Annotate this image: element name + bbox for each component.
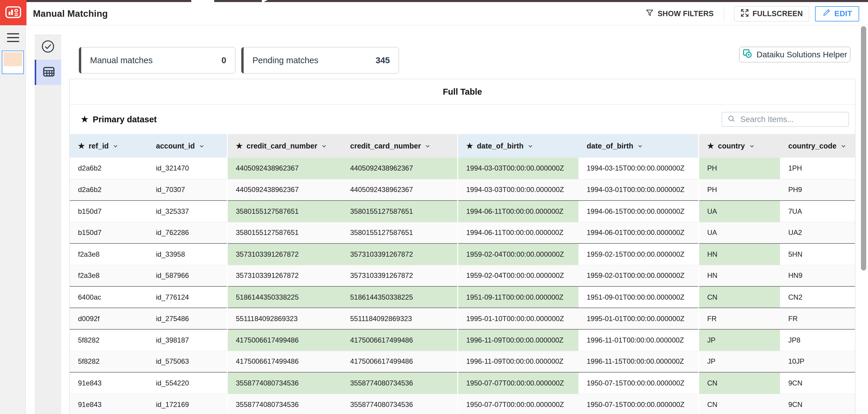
table-row[interactable]: d2a6b2id_3214704405092438962367440509243… <box>70 158 855 179</box>
table-cell: FR <box>699 308 780 329</box>
chevron-down-icon[interactable] <box>421 142 431 150</box>
vertical-scrollbar[interactable] <box>861 26 866 270</box>
rail-item-full-table[interactable] <box>35 60 61 85</box>
table-cell: 4405092438962367 <box>342 158 458 179</box>
table-row[interactable]: d0092fid_2754865511184092869323551118409… <box>70 308 855 329</box>
solutions-helper-button[interactable]: Dataiku Solutions Helper <box>739 47 850 62</box>
table-cell: b150d7 <box>70 200 148 222</box>
table-cell: id_70307 <box>148 179 227 200</box>
search-input[interactable] <box>740 115 844 124</box>
table-row[interactable]: b150d7id_3253373580155127587651358015512… <box>70 200 855 222</box>
table-cell: UA <box>699 200 780 222</box>
table-cell: CN2 <box>780 286 855 308</box>
primary-dataset-label: ★ Primary dataset <box>81 115 157 124</box>
fullscreen-expand-icon <box>740 8 749 19</box>
table-cell: 1950-07-15T00:00:00.000000Z <box>579 372 699 394</box>
table-cell: 5186144350338225 <box>342 286 458 308</box>
column-header-credit_card_number[interactable]: ★credit_card_number <box>227 134 342 158</box>
table-cell: id_398187 <box>148 329 227 351</box>
table-cell: CN <box>699 372 780 394</box>
table-row[interactable]: 5f8282id_5750634175006617499486417500661… <box>70 351 855 372</box>
menu-icon[interactable] <box>7 33 19 45</box>
column-header-country[interactable]: ★country <box>699 134 780 158</box>
chevron-down-icon[interactable] <box>837 142 846 150</box>
edit-label: EDIT <box>834 9 852 18</box>
chevron-down-icon[interactable] <box>745 142 755 150</box>
star-icon: ★ <box>707 141 714 150</box>
page-thumbnail[interactable] <box>2 51 24 74</box>
column-header-ref_id[interactable]: ★ref_id <box>70 134 148 158</box>
rail-item-matches[interactable] <box>35 34 61 60</box>
star-icon: ★ <box>466 141 473 150</box>
browser-tab-strip <box>0 0 191 2</box>
chevron-down-icon[interactable] <box>523 142 533 150</box>
table-cell: 1994-03-01T00:00:00.000000Z <box>579 179 699 200</box>
table-cell: 1994-03-03T00:00:00.000000Z <box>458 158 579 179</box>
column-name: date_of_birth <box>477 142 523 150</box>
table-cell: PH <box>699 158 780 179</box>
table-cell: 3573103391267872 <box>227 244 342 265</box>
page-title: Manual Matching <box>33 2 108 25</box>
table-cell: 3573103391267872 <box>342 244 458 265</box>
table-cell: 1959-02-04T00:00:00.000000Z <box>458 265 579 286</box>
helper-icon <box>742 49 752 61</box>
chevron-down-icon[interactable] <box>108 142 118 150</box>
left-sidebar <box>0 25 26 414</box>
search-box[interactable] <box>722 112 849 127</box>
chevron-down-icon[interactable] <box>633 142 643 150</box>
column-header-credit_card_number[interactable]: credit_card_number <box>342 134 458 158</box>
stat-value: 345 <box>376 56 390 65</box>
table-cell: d0092f <box>70 308 148 329</box>
table-cell: JP <box>699 329 780 351</box>
table-cell: 1PH <box>780 158 855 179</box>
table-cell: 3558774080734536 <box>227 372 342 394</box>
header-divider <box>724 6 724 21</box>
search-icon <box>727 115 736 124</box>
table-cell: 4405092438962367 <box>227 158 342 179</box>
data-table: ★ref_idaccount_id★credit_card_numbercred… <box>70 134 855 414</box>
table-header-row: ★ref_idaccount_id★credit_card_numbercred… <box>70 134 855 158</box>
column-header-account_id[interactable]: account_id <box>148 134 227 158</box>
table-cell: 1995-01-01T00:00:00.000000Z <box>579 308 699 329</box>
dataiku-logo[interactable] <box>0 0 27 25</box>
table-cell: id_172169 <box>148 394 227 414</box>
table-cell: 6400ac <box>70 286 148 308</box>
table-cell: 4175006617499486 <box>227 351 342 372</box>
table-cell: id_762286 <box>148 222 227 244</box>
star-icon: ★ <box>236 141 243 150</box>
table-row[interactable]: b150d7id_7622863580155127587651358015512… <box>70 222 855 244</box>
chevron-down-icon[interactable] <box>195 142 205 150</box>
table-cell: 3573103391267872 <box>227 265 342 286</box>
fullscreen-button[interactable]: FULLSCREEN <box>734 6 809 22</box>
table-row[interactable]: 91e843id_5542203558774080734536355877408… <box>70 372 855 394</box>
table-cell: 9CN <box>780 372 855 394</box>
table-row[interactable]: d2a6b2id_7030744050924389623674405092438… <box>70 179 855 200</box>
table-row[interactable]: 5f8282id_3981874175006617499486417500661… <box>70 329 855 351</box>
table-row[interactable]: 6400acid_7761245186144350338225518614435… <box>70 286 855 308</box>
table-row[interactable]: 91e843id_1721693558774080734536355877408… <box>70 394 855 414</box>
table-cell: CN <box>699 394 780 414</box>
column-header-date_of_birth[interactable]: date_of_birth <box>579 134 699 158</box>
stat-card-manual-matches: Manual matches 0 <box>79 47 236 73</box>
table-cell: f2a3e8 <box>70 265 148 286</box>
stat-card-pending-matches: Pending matches 345 <box>241 47 399 73</box>
table-icon <box>41 65 56 80</box>
table-cell: HN <box>699 265 780 286</box>
table-cell: 1994-06-11T00:00:00.000000Z <box>458 222 579 244</box>
edit-button[interactable]: EDIT <box>815 6 859 22</box>
column-header-country_code[interactable]: country_code <box>780 134 855 158</box>
column-header-date_of_birth[interactable]: ★date_of_birth <box>458 134 579 158</box>
show-filters-label: SHOW FILTERS <box>658 9 714 18</box>
show-filters-button[interactable]: SHOW FILTERS <box>645 8 714 19</box>
column-name: date_of_birth <box>587 142 633 150</box>
table-row[interactable]: f2a3e8id_3395835731033912678723573103391… <box>70 244 855 265</box>
table-cell: 3573103391267872 <box>342 265 458 286</box>
table-cell: 4175006617499486 <box>342 329 458 351</box>
chevron-down-icon[interactable] <box>317 142 327 150</box>
table-row[interactable]: f2a3e8id_5879663573103391267872357310339… <box>70 265 855 286</box>
table-cell: 4175006617499486 <box>227 329 342 351</box>
table-cell: 3558774080734536 <box>227 394 342 414</box>
table-cell: 91e843 <box>70 372 148 394</box>
table-cell: id_776124 <box>148 286 227 308</box>
table-toolbar: ★ Primary dataset <box>70 105 855 134</box>
